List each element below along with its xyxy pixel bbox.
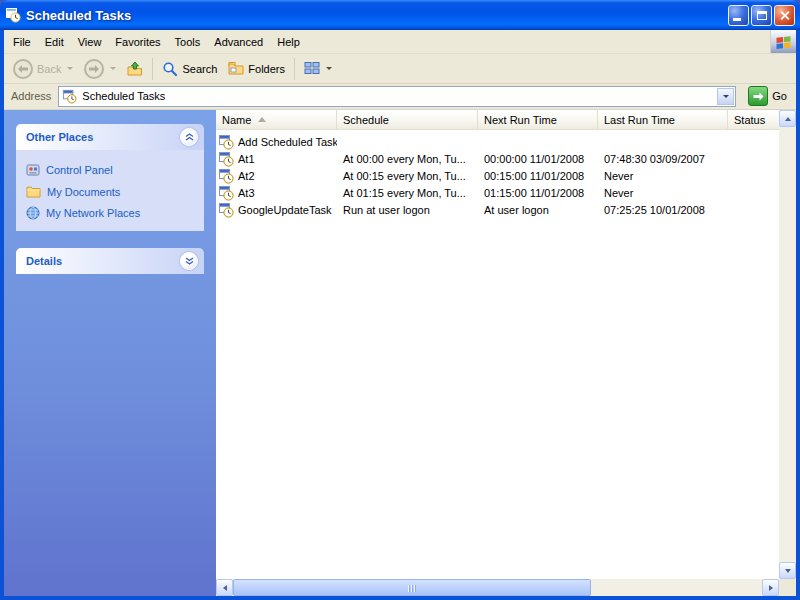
explorer-window: Scheduled Tasks File Edit View Favorites… [0, 0, 800, 600]
sidebar-item-my-documents[interactable]: My Documents [26, 181, 202, 202]
column-label: Status [734, 114, 765, 126]
maximize-button[interactable] [751, 5, 772, 26]
views-dropdown-icon [326, 67, 332, 70]
folder-icon [26, 185, 41, 198]
toolbar-separator [294, 58, 295, 80]
search-button[interactable]: Search [157, 56, 222, 82]
windows-logo-icon [770, 30, 796, 53]
task-row-googleupdatetask[interactable]: GoogleUpdateTask Run at user logon At us… [216, 201, 779, 218]
chevron-down-icon [723, 95, 729, 98]
column-header-name[interactable]: Name [216, 110, 337, 130]
details-header[interactable]: Details [16, 248, 204, 274]
views-icon [304, 61, 320, 77]
menu-edit[interactable]: Edit [38, 32, 71, 52]
scheduled-tasks-icon [5, 7, 21, 23]
name-cell: At3 [216, 185, 337, 201]
other-places-header[interactable]: Other Places [16, 124, 204, 150]
menu-file[interactable]: File [6, 32, 38, 52]
task-row-at1[interactable]: At1 At 00:00 every Mon, Tu... 00:00:00 1… [216, 150, 779, 167]
up-button[interactable] [122, 56, 148, 82]
collapse-panel-button[interactable] [180, 128, 198, 146]
sidebar: Other Places Control Panel [4, 110, 216, 596]
scheduled-task-icon [218, 168, 234, 184]
menu-advanced[interactable]: Advanced [207, 32, 270, 52]
close-button[interactable] [774, 5, 795, 26]
back-dropdown-icon [67, 67, 73, 70]
sidebar-item-control-panel[interactable]: Control Panel [26, 159, 202, 181]
scroll-right-button[interactable] [762, 579, 779, 596]
column-label: Name [222, 114, 251, 126]
back-icon [13, 59, 33, 79]
chevron-up-icon [185, 133, 194, 141]
minimize-button[interactable] [728, 5, 749, 26]
titlebar[interactable]: Scheduled Tasks [0, 0, 800, 30]
name-cell: GoogleUpdateTask [216, 202, 337, 218]
control-panel-icon [26, 163, 40, 177]
next-run-cell: 00:00:00 11/01/2008 [478, 153, 598, 165]
last-run-cell: 07:25:25 10/01/2008 [598, 204, 728, 216]
task-row-at2[interactable]: At2 At 00:15 every Mon, Tu... 00:15:00 1… [216, 167, 779, 184]
menu-help[interactable]: Help [270, 32, 307, 52]
menu-favorites[interactable]: Favorites [108, 32, 167, 52]
back-button[interactable]: Back [8, 56, 78, 82]
next-run-cell: 01:15:00 11/01/2008 [478, 187, 598, 199]
chevron-down-icon [185, 257, 194, 265]
column-header-next-run-time[interactable]: Next Run Time [478, 110, 598, 130]
task-name: At2 [238, 170, 255, 182]
name-cell: At2 [216, 168, 337, 184]
views-button[interactable] [299, 56, 337, 82]
folders-icon [228, 61, 244, 77]
address-dropdown-button[interactable] [717, 88, 734, 105]
forward-button[interactable] [79, 56, 121, 82]
menu-tools[interactable]: Tools [168, 32, 208, 52]
schedule-cell: At 01:15 every Mon, Tu... [337, 187, 478, 199]
name-cell: Add Scheduled Task [216, 134, 337, 150]
column-header-status[interactable]: Status [728, 110, 779, 130]
details-panel: Details [16, 248, 204, 274]
scroll-left-button[interactable] [216, 579, 233, 596]
horizontal-scrollbar[interactable] [216, 579, 779, 596]
expand-panel-button[interactable] [180, 252, 198, 270]
next-run-cell: 00:15:00 11/01/2008 [478, 170, 598, 182]
column-label: Last Run Time [604, 114, 675, 126]
search-icon [162, 61, 178, 77]
task-name: At1 [238, 153, 255, 165]
address-input[interactable]: Scheduled Tasks [58, 86, 736, 107]
column-headers: Name Schedule Next Run Time Last Run Tim… [216, 110, 779, 130]
menu-view[interactable]: View [71, 32, 109, 52]
task-rows: Add Scheduled Task [216, 130, 779, 218]
vertical-scrollbar[interactable] [779, 110, 796, 579]
go-button[interactable]: Go [743, 86, 792, 106]
menu-bar: File Edit View Favorites Tools Advanced … [4, 30, 796, 54]
sidebar-item-label: My Documents [47, 186, 120, 198]
task-name: Add Scheduled Task [238, 136, 337, 148]
name-cell: At1 [216, 151, 337, 167]
schedule-cell: At 00:15 every Mon, Tu... [337, 170, 478, 182]
address-bar: Address Scheduled Tasks Go [4, 84, 796, 110]
scroll-up-button[interactable] [779, 110, 796, 127]
scroll-down-button[interactable] [779, 562, 796, 579]
sidebar-item-label: My Network Places [46, 207, 140, 219]
main-area: Other Places Control Panel [4, 110, 796, 596]
column-header-last-run-time[interactable]: Last Run Time [598, 110, 728, 130]
column-header-schedule[interactable]: Schedule [337, 110, 478, 130]
sidebar-item-my-network-places[interactable]: My Network Places [26, 202, 202, 224]
schedule-cell: Run at user logon [337, 204, 478, 216]
arrow-right-icon [769, 585, 773, 591]
task-list-area: Name Schedule Next Run Time Last Run Tim… [216, 110, 796, 596]
arrow-left-icon [223, 585, 227, 591]
folders-button[interactable]: Folders [223, 56, 290, 82]
next-run-cell: At user logon [478, 204, 598, 216]
arrow-up-icon [785, 117, 791, 121]
window-title: Scheduled Tasks [26, 8, 723, 23]
task-list: Name Schedule Next Run Time Last Run Tim… [216, 110, 779, 579]
schedule-cell: At 00:00 every Mon, Tu... [337, 153, 478, 165]
task-name: GoogleUpdateTask [238, 204, 332, 216]
forward-dropdown-icon [110, 67, 116, 70]
task-row-at3[interactable]: At3 At 01:15 every Mon, Tu... 01:15:00 1… [216, 184, 779, 201]
address-label: Address [11, 90, 51, 102]
horizontal-scroll-thumb[interactable] [233, 579, 591, 596]
task-row-add-scheduled-task[interactable]: Add Scheduled Task [216, 133, 779, 150]
last-run-cell: Never [598, 187, 728, 199]
other-places-title: Other Places [26, 131, 93, 143]
